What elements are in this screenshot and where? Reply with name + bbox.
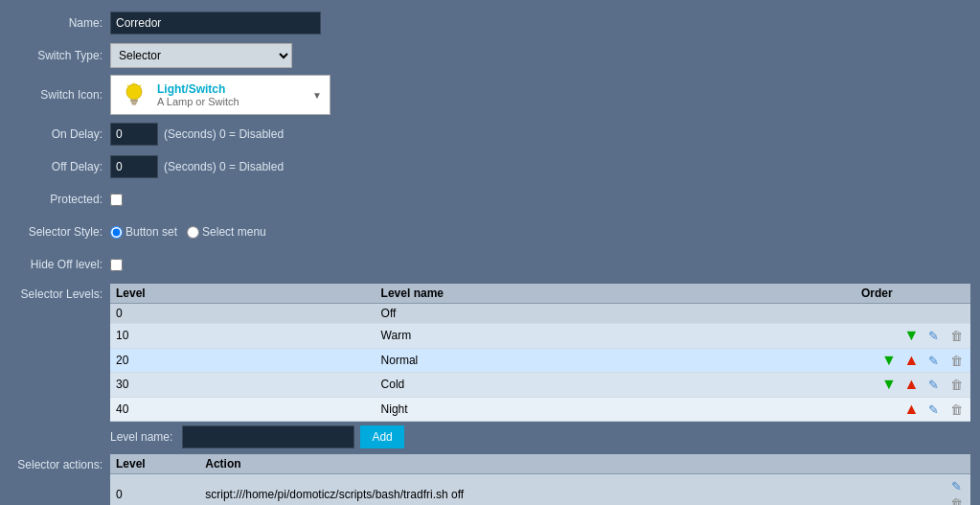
action-col-header: Action xyxy=(199,454,923,474)
add-level-row: Level name: Add xyxy=(110,425,970,448)
level-name-label: Level name: xyxy=(110,430,172,444)
level-name-cell: Off xyxy=(376,304,855,324)
edit-icon[interactable]: ✎ xyxy=(925,328,943,345)
order-cell: ▼ ▲ ✎ 🗑 xyxy=(855,348,970,373)
protected-content xyxy=(110,194,970,206)
dropdown-arrow-icon: ▼ xyxy=(312,90,322,101)
off-delay-input[interactable] xyxy=(110,155,158,178)
on-delay-label: On Delay: xyxy=(10,127,110,141)
delete-icon[interactable]: 🗑 xyxy=(947,494,965,505)
edit-icon[interactable]: ✎ xyxy=(947,477,965,494)
switch-icon-dropdown[interactable]: Light/Switch A Lamp or Switch ▼ xyxy=(110,75,330,115)
action-buttons: ✎ 🗑 xyxy=(923,474,970,506)
action-level-cell: 0 xyxy=(110,474,199,506)
level-cell: 40 xyxy=(110,397,376,422)
move-up-icon[interactable]: ▲ xyxy=(902,376,920,393)
on-delay-input[interactable] xyxy=(110,123,158,146)
selector-style-row: Selector Style: Button set Select menu xyxy=(10,218,970,245)
actions-table: Level Action 0 script:///home/pi/domotic… xyxy=(110,454,970,505)
off-delay-hint: (Seconds) 0 = Disabled xyxy=(164,160,284,173)
level-name-cell: Normal xyxy=(376,348,855,373)
move-down-icon[interactable]: ▼ xyxy=(880,352,898,369)
switch-icon-text: Light/Switch A Lamp or Switch xyxy=(157,82,239,107)
add-button[interactable]: Add xyxy=(360,425,403,448)
delete-icon[interactable]: 🗑 xyxy=(947,377,965,394)
table-row: 10 Warm ▼ ✎ 🗑 xyxy=(110,324,970,349)
selector-style-label: Selector Style: xyxy=(10,225,110,239)
switch-icon-label: Switch Icon: xyxy=(10,88,110,102)
name-row: Name: xyxy=(10,10,970,36)
svg-rect-3 xyxy=(132,103,137,105)
name-label: Name: xyxy=(10,16,110,30)
table-row: 20 Normal ▼ ▲ ✎ 🗑 xyxy=(110,348,970,373)
switch-type-select[interactable]: Selector On/Off Dimmer Blinds Push On Pu… xyxy=(110,43,292,68)
button-set-option[interactable]: Button set xyxy=(110,225,177,239)
off-delay-content: (Seconds) 0 = Disabled xyxy=(110,155,970,178)
switch-icon-subtitle: A Lamp or Switch xyxy=(157,96,239,107)
level-cell: 10 xyxy=(110,324,376,349)
table-row: 30 Cold ▼ ▲ ✎ 🗑 xyxy=(110,373,970,398)
svg-line-5 xyxy=(127,85,129,87)
action-cell: script:///home/pi/domoticz/scripts/bash/… xyxy=(199,474,923,506)
edit-icon[interactable]: ✎ xyxy=(925,352,943,369)
level-cell: 20 xyxy=(110,348,376,373)
delete-icon[interactable]: 🗑 xyxy=(947,352,965,369)
level-name-cell: Warm xyxy=(376,324,855,349)
switch-icon-title: Light/Switch xyxy=(157,82,239,96)
order-cell xyxy=(855,304,970,324)
edit-icon[interactable]: ✎ xyxy=(925,377,943,394)
delete-icon[interactable]: 🗑 xyxy=(947,401,965,418)
actions-content: Level Action 0 script:///home/pi/domotic… xyxy=(110,454,970,505)
selector-levels-section: Selector Levels: Level Level name Order … xyxy=(10,284,970,448)
hide-off-content xyxy=(110,259,970,271)
bulb-icon xyxy=(119,80,149,110)
on-delay-row: On Delay: (Seconds) 0 = Disabled xyxy=(10,121,970,148)
svg-line-6 xyxy=(140,85,142,87)
switch-type-label: Switch Type: xyxy=(10,49,110,62)
order-cell: ▼ ▲ ✎ 🗑 xyxy=(855,373,970,398)
move-down-icon[interactable]: ▼ xyxy=(880,376,898,393)
on-delay-content: (Seconds) 0 = Disabled xyxy=(110,123,970,146)
select-menu-option[interactable]: Select menu xyxy=(187,225,266,239)
action-level-col-header: Level xyxy=(110,454,199,474)
protected-row: Protected: xyxy=(10,186,970,213)
table-row: 0 script:///home/pi/domoticz/scripts/bas… xyxy=(110,474,970,506)
button-set-radio[interactable] xyxy=(110,226,123,239)
level-cell: 0 xyxy=(110,304,376,324)
selector-style-content: Button set Select menu xyxy=(110,225,970,239)
name-content xyxy=(110,11,970,34)
select-menu-radio[interactable] xyxy=(187,226,199,239)
svg-rect-2 xyxy=(131,102,137,103)
svg-rect-1 xyxy=(130,100,138,102)
selector-actions-label: Selector actions: xyxy=(10,454,110,471)
move-up-icon[interactable]: ▲ xyxy=(902,401,920,418)
selector-style-radio-group: Button set Select menu xyxy=(110,225,266,239)
main-form: Name: Switch Type: Selector On/Off Dimme… xyxy=(10,10,970,505)
move-down-icon[interactable]: ▼ xyxy=(902,327,920,344)
name-input[interactable] xyxy=(110,11,321,34)
action-btn-col-header xyxy=(923,454,970,474)
hide-off-row: Hide Off level: xyxy=(10,251,970,278)
move-up-icon[interactable]: ▲ xyxy=(902,352,920,369)
hide-off-checkbox[interactable] xyxy=(110,259,123,271)
level-name-cell: Cold xyxy=(376,373,855,398)
switch-icon-row: Switch Icon: Light/Switch A Lamp or Swit… xyxy=(10,75,970,115)
hide-off-label: Hide Off level: xyxy=(10,258,110,271)
off-delay-label: Off Delay: xyxy=(10,160,110,173)
off-delay-row: Off Delay: (Seconds) 0 = Disabled xyxy=(10,153,970,180)
protected-label: Protected: xyxy=(10,193,110,206)
level-cell: 30 xyxy=(110,373,376,398)
order-cell: ▼ ✎ 🗑 xyxy=(855,324,970,349)
switch-type-content: Selector On/Off Dimmer Blinds Push On Pu… xyxy=(110,43,970,68)
selector-levels-label: Selector Levels: xyxy=(10,284,110,301)
order-cell: ▲ ✎ 🗑 xyxy=(855,397,970,422)
level-name-col-header: Level name xyxy=(376,284,855,304)
delete-icon[interactable]: 🗑 xyxy=(947,328,965,345)
edit-icon[interactable]: ✎ xyxy=(925,401,943,418)
protected-checkbox[interactable] xyxy=(110,194,123,206)
table-row: 0 Off xyxy=(110,304,970,324)
switch-icon-content: Light/Switch A Lamp or Switch ▼ xyxy=(110,75,970,115)
level-name-input[interactable] xyxy=(182,425,354,448)
level-col-header: Level xyxy=(110,284,376,304)
table-row: 40 Night ▲ ✎ 🗑 xyxy=(110,397,970,422)
